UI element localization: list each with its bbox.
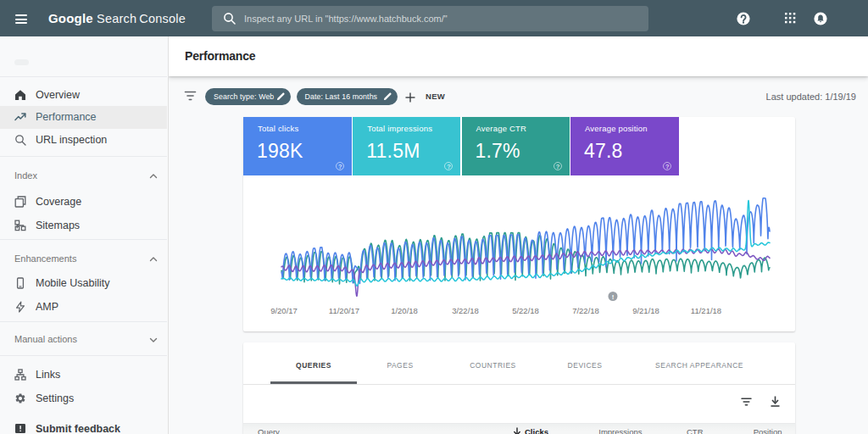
svg-text:9/21/18: 9/21/18 [632, 306, 659, 315]
svg-text:11/21/18: 11/21/18 [691, 306, 721, 315]
svg-text:9/20/17: 9/20/17 [270, 306, 298, 315]
svg-text:7/22/18: 7/22/18 [572, 306, 599, 315]
svg-text:5/22/18: 5/22/18 [512, 306, 539, 315]
svg-text:1/20/18: 1/20/18 [391, 306, 418, 315]
svg-text:!: ! [612, 293, 615, 301]
svg-text:3/22/18: 3/22/18 [452, 306, 479, 315]
svg-text:11/20/17: 11/20/17 [329, 306, 359, 315]
